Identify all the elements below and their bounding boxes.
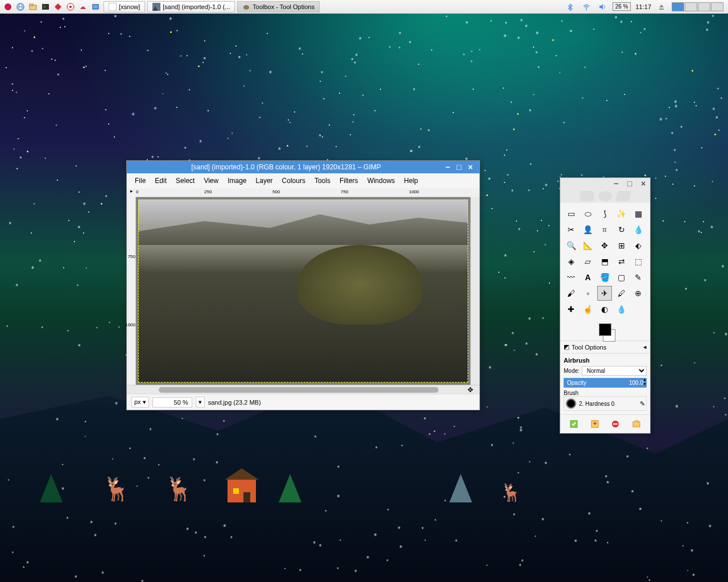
taskbar-app-gimp-toolbox[interactable]: Toolbox - Tool Options — [237, 1, 320, 13]
opacity-down[interactable]: ▼ — [643, 382, 647, 386]
tool-eraser[interactable]: ▫ — [581, 286, 595, 301]
detach-icon[interactable]: ◂ — [643, 343, 647, 351]
tool-paintbrush[interactable]: 🖌 — [564, 286, 578, 301]
menu-select[interactable]: Select — [171, 176, 199, 186]
gimp-titlebar[interactable]: [sand] (imported)-1.0 (RGB colour, 1 lay… — [127, 161, 479, 173]
tool-shear[interactable]: ▱ — [581, 254, 595, 269]
brush-selector[interactable]: 2. Hardness 0 ✎ — [564, 396, 647, 411]
bluetooth-icon[interactable] — [565, 1, 576, 13]
terminal-icon[interactable]: > — [40, 1, 51, 13]
tool-cage[interactable]: ⬚ — [631, 254, 646, 269]
app-icon[interactable] — [77, 1, 89, 13]
tool-rect-select[interactable]: ▭ — [564, 206, 578, 221]
menu-filters[interactable]: Filters — [335, 176, 363, 186]
ruler-vertical[interactable]: 7501000 — [127, 197, 136, 385]
tool-align[interactable]: ⊞ — [614, 238, 629, 253]
tool-blur[interactable]: 💧 — [614, 302, 629, 317]
zoom-input[interactable]: 50 % — [152, 397, 192, 408]
tool-color-picker[interactable]: 💧 — [631, 222, 646, 237]
restore-preset-icon[interactable] — [589, 418, 601, 430]
unit-dropdown[interactable]: px ▾ — [131, 397, 149, 408]
menu-view[interactable]: View — [199, 176, 223, 186]
scrollbar-vertical[interactable] — [470, 197, 479, 385]
scrollbar-horizontal[interactable]: ✥ — [127, 385, 479, 394]
minimize-button[interactable]: − — [611, 180, 621, 188]
tool-rotate[interactable]: ↻ — [614, 222, 629, 237]
menu-image[interactable]: Image — [223, 176, 251, 186]
mode-select[interactable]: Normal — [582, 366, 647, 376]
tool-pencil[interactable]: ✎ — [631, 270, 646, 285]
tool-handle[interactable]: ⬖ — [631, 238, 646, 253]
volume-icon[interactable] — [597, 1, 608, 13]
menu-windows[interactable]: Windows — [363, 176, 400, 186]
ruler-horizontal[interactable]: 02505007501000 — [136, 188, 470, 197]
tool-ellipse-select[interactable]: ⬭ — [581, 206, 595, 221]
app-icon[interactable] — [52, 1, 64, 13]
fg-color-swatch[interactable] — [599, 323, 611, 336]
brush-edit-icon[interactable]: ✎ — [640, 400, 645, 408]
menu-colours[interactable]: Colours — [278, 176, 310, 186]
close-button[interactable]: × — [639, 180, 648, 188]
delete-preset-icon[interactable] — [610, 418, 621, 430]
menu-edit[interactable]: Edit — [150, 176, 171, 186]
workspace-4[interactable] — [711, 2, 723, 11]
toolbox-titlebar[interactable]: − □ × — [560, 178, 650, 189]
save-preset-icon[interactable] — [568, 418, 580, 430]
tool-flip[interactable]: ⇄ — [614, 254, 629, 269]
opacity-up[interactable]: ▲ — [643, 377, 647, 381]
tool-smudge[interactable]: ☝ — [581, 302, 595, 317]
app-icon[interactable] — [65, 1, 76, 13]
zoom-dropdown[interactable]: ▾ — [196, 397, 205, 408]
tool-perspective[interactable]: ⬒ — [597, 254, 612, 269]
tool-free-select[interactable]: ⟆ — [597, 206, 612, 221]
taskbar-app-gimp-image[interactable]: [sand] (imported)-1.0 (... — [147, 1, 235, 13]
wifi-icon[interactable] — [581, 1, 592, 13]
tool-fuzzy-select[interactable]: ✨ — [614, 206, 629, 221]
menu-layer[interactable]: Layer — [251, 176, 278, 186]
menu-icon[interactable] — [2, 1, 14, 13]
tool-options-header[interactable]: ◩ Tool Options ◂ — [560, 340, 650, 354]
gimp-menubar: FileEditSelectViewImageLayerColoursTools… — [127, 173, 479, 188]
xsnow-tree — [279, 474, 301, 502]
minimize-button[interactable]: − — [443, 163, 452, 171]
tool-measure[interactable]: 📐 — [581, 238, 595, 253]
maximize-button[interactable]: □ — [454, 163, 464, 171]
xsnow-tree — [40, 474, 63, 502]
battery-indicator[interactable]: 26 % — [613, 2, 631, 11]
tool-clone[interactable]: ⊕ — [631, 286, 646, 301]
tool-move[interactable]: ✥ — [597, 238, 612, 253]
close-button[interactable]: × — [466, 163, 475, 171]
clock[interactable]: 11:17 — [635, 3, 651, 10]
eject-icon[interactable] — [656, 1, 667, 13]
tool-heal[interactable]: ✚ — [564, 302, 578, 317]
workspace-3[interactable] — [698, 2, 710, 11]
tool-warp[interactable]: 〰 — [564, 270, 578, 285]
nav-icon[interactable] — [470, 188, 479, 197]
tool-foreground[interactable]: 👤 — [581, 222, 595, 237]
tool-crop[interactable]: ⌗ — [597, 222, 612, 237]
menu-file[interactable]: File — [130, 176, 150, 186]
tool-color-select[interactable]: ▦ — [631, 206, 646, 221]
tool-scissors[interactable]: ✂ — [564, 222, 578, 237]
tool-text[interactable]: A — [581, 270, 595, 285]
tool-zoom[interactable]: 🔍 — [564, 238, 578, 253]
files-icon[interactable] — [27, 1, 39, 13]
tool-airbrush[interactable]: ✈ — [597, 286, 612, 301]
menu-tools[interactable]: Tools — [310, 176, 335, 186]
ruler-corner[interactable]: ▸ — [127, 188, 136, 197]
tool-unified[interactable]: ◈ — [564, 254, 578, 269]
tool-bucket[interactable]: 🪣 — [597, 270, 612, 285]
opacity-slider[interactable]: Opacity 100.0 — [564, 378, 647, 388]
tool-dodge[interactable]: ◐ — [597, 302, 612, 317]
workspace-2[interactable] — [685, 2, 697, 11]
reset-icon[interactable] — [631, 418, 642, 430]
taskbar-app-xsnow[interactable]: [xsnow] — [104, 1, 145, 13]
web-icon[interactable] — [15, 1, 26, 13]
tool-gradient[interactable]: ▢ — [614, 270, 629, 285]
canvas[interactable] — [136, 197, 470, 385]
app-icon[interactable] — [90, 1, 101, 13]
workspace-1[interactable] — [672, 2, 684, 11]
maximize-button[interactable]: □ — [625, 180, 634, 188]
menu-help[interactable]: Help — [399, 176, 423, 186]
tool-ink[interactable]: 🖊 — [614, 286, 629, 301]
